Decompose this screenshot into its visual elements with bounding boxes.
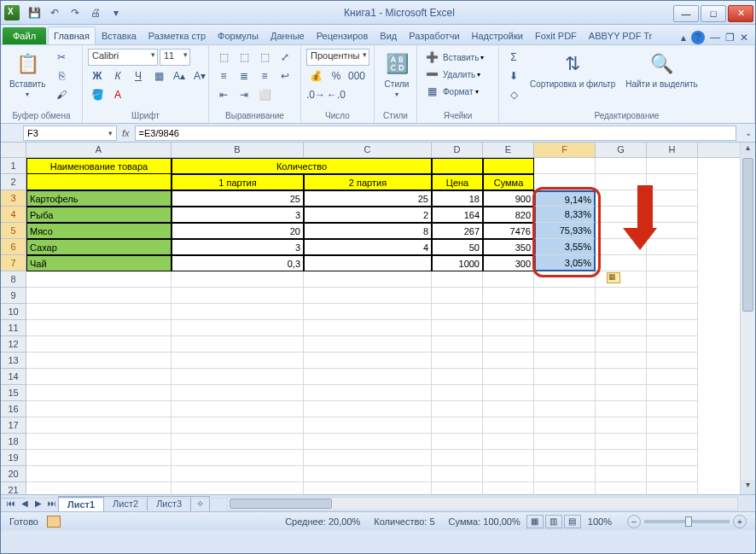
cell[interactable] — [26, 466, 172, 482]
cell[interactable] — [596, 271, 647, 288]
cell[interactable] — [647, 336, 698, 353]
row-header-17[interactable]: 17 — [1, 417, 26, 434]
cell[interactable] — [172, 304, 304, 320]
scroll-thumb[interactable] — [230, 499, 332, 509]
zoom-out-button[interactable]: − — [627, 515, 641, 528]
cell[interactable] — [304, 401, 432, 417]
wrap-text-icon[interactable]: ↩ — [276, 67, 294, 85]
cell[interactable] — [304, 450, 432, 466]
zoom-in-button[interactable]: + — [733, 515, 747, 528]
cell[interactable] — [304, 271, 432, 288]
clear-icon[interactable]: ◇ — [504, 86, 523, 103]
row-header-1[interactable]: 1 — [1, 158, 26, 174]
cell[interactable] — [534, 288, 596, 304]
italic-button[interactable]: К — [108, 67, 127, 85]
doc-close-icon[interactable]: ✕ — [740, 32, 748, 44]
delete-cells-icon[interactable]: ➖ — [422, 66, 441, 83]
cell[interactable]: Сахар — [26, 239, 172, 255]
cell[interactable] — [596, 369, 647, 385]
tab-foxit[interactable]: Foxit PDF — [529, 26, 583, 44]
qat-customize-icon[interactable]: ▾ — [107, 3, 125, 22]
decrease-decimal-icon[interactable]: ←.0 — [327, 86, 346, 103]
cell[interactable] — [647, 401, 698, 417]
scroll-down-icon[interactable]: ▾ — [741, 480, 755, 494]
cell[interactable] — [596, 288, 647, 304]
maximize-button[interactable]: □ — [701, 5, 726, 22]
cell[interactable] — [483, 417, 534, 434]
column-header-D[interactable]: D — [432, 143, 483, 157]
cell[interactable]: 900 — [483, 190, 534, 207]
cell[interactable] — [304, 385, 432, 401]
underline-button[interactable]: Ч — [129, 67, 148, 85]
font-color-button[interactable]: A — [108, 86, 127, 103]
cell[interactable] — [432, 417, 483, 434]
cell[interactable] — [172, 385, 304, 401]
cell[interactable] — [432, 434, 483, 450]
normal-view-icon[interactable]: ▦ — [526, 515, 544, 528]
tab-review[interactable]: Рецензиров — [311, 26, 375, 44]
cell[interactable] — [432, 385, 483, 401]
row-header-20[interactable]: 20 — [1, 466, 26, 482]
cell[interactable]: 25 — [304, 190, 432, 207]
tab-developer[interactable]: Разработчи — [403, 26, 465, 44]
expand-formula-icon[interactable]: ⌄ — [745, 128, 752, 137]
align-right-icon[interactable]: ≡ — [255, 67, 274, 85]
cell[interactable]: 7476 — [483, 223, 534, 239]
cell[interactable] — [483, 353, 534, 369]
page-break-view-icon[interactable]: ▤ — [564, 515, 581, 528]
cell[interactable] — [596, 450, 647, 466]
file-tab[interactable]: Файл — [3, 27, 46, 44]
name-box[interactable]: F3 — [23, 125, 117, 141]
align-left-icon[interactable]: ≡ — [214, 67, 233, 85]
prev-sheet-icon[interactable]: ◀ — [18, 499, 32, 508]
cell[interactable] — [432, 320, 483, 336]
cell[interactable] — [534, 369, 596, 385]
page-layout-view-icon[interactable]: ▥ — [545, 515, 562, 528]
cell[interactable] — [172, 369, 304, 385]
cell[interactable] — [432, 271, 483, 288]
cell[interactable] — [304, 255, 432, 271]
close-button[interactable]: ✕ — [728, 5, 753, 22]
column-header-C[interactable]: C — [304, 143, 432, 157]
cell[interactable] — [534, 320, 596, 336]
cell[interactable] — [534, 385, 596, 401]
cell[interactable] — [304, 369, 432, 385]
doc-minimize-icon[interactable]: — — [710, 32, 720, 44]
column-header-B[interactable]: B — [172, 143, 304, 157]
cell[interactable] — [534, 466, 596, 482]
cell[interactable]: 2 партия — [304, 174, 432, 190]
macro-record-icon[interactable] — [47, 516, 61, 528]
cell[interactable] — [647, 255, 698, 271]
zoom-level[interactable]: 100% — [581, 516, 619, 527]
cell[interactable]: 9,14% — [534, 190, 596, 207]
comma-icon[interactable]: 000 — [347, 67, 366, 85]
cell[interactable] — [483, 336, 534, 353]
undo-icon[interactable]: ↶ — [45, 3, 64, 22]
cell[interactable] — [534, 304, 596, 320]
cell[interactable] — [483, 288, 534, 304]
cell[interactable] — [26, 304, 172, 320]
column-header-E[interactable]: E — [483, 143, 534, 157]
cell[interactable]: 820 — [483, 207, 534, 223]
cell[interactable]: 3,05% — [534, 255, 596, 271]
cell[interactable] — [26, 385, 172, 401]
orientation-icon[interactable]: ⤢ — [276, 49, 294, 66]
fx-icon[interactable]: fx — [122, 128, 130, 138]
cell[interactable] — [647, 304, 698, 320]
cell[interactable] — [26, 336, 172, 353]
cell[interactable] — [483, 450, 534, 466]
row-header-21[interactable]: 21 — [1, 482, 26, 499]
cell[interactable] — [432, 369, 483, 385]
cell[interactable] — [172, 288, 304, 304]
cell[interactable] — [647, 369, 698, 385]
cell[interactable] — [647, 466, 698, 482]
cell[interactable] — [647, 320, 698, 336]
cell[interactable] — [26, 369, 172, 385]
cut-icon[interactable]: ✂ — [52, 49, 71, 66]
cell[interactable] — [432, 288, 483, 304]
cell[interactable] — [647, 417, 698, 434]
cell[interactable] — [26, 450, 172, 466]
cell[interactable] — [26, 401, 172, 417]
shrink-font-icon[interactable]: A▾ — [190, 67, 209, 85]
cell[interactable]: Картофель — [26, 190, 172, 207]
